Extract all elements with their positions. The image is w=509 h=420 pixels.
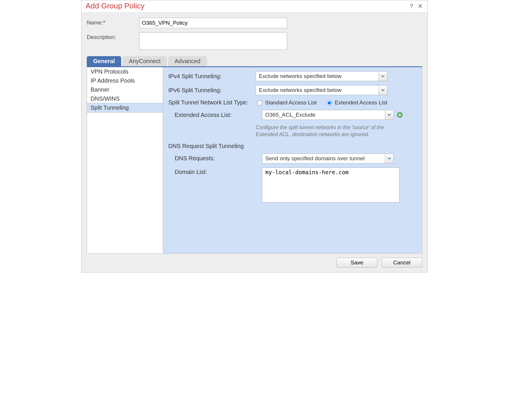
list-type-label: Split Tunnel Network List Type: [168,99,256,106]
sidebar-item-ip-address-pools[interactable]: IP Address Pools [87,76,163,85]
name-input[interactable] [139,18,287,28]
sidebar-item-vpn-protocols[interactable]: VPN Protocols [87,67,163,76]
ipv6-split-dropdown[interactable]: Exclude networks specified below [256,85,387,95]
list-type-radios: Standard Access List Extended Access Lis… [256,99,387,106]
add-group-policy-dialog: Add Group Policy ? ✕ Name:* Description:… [81,0,428,273]
dialog-title: Add Group Policy [86,1,406,10]
tab-advanced[interactable]: Advanced [168,56,207,66]
chevron-down-icon [385,110,393,120]
ext-acl-helper: Configure the split tunnel networks in t… [256,124,393,138]
ipv4-split-dropdown[interactable]: Exclude networks specified below [256,71,387,81]
dns-requests-dropdown[interactable]: Send only specified domains over tunnel [262,154,394,163]
radio-standard-label: Standard Access List [265,99,317,106]
sidebar: VPN Protocols IP Address Pools Banner DN… [87,67,163,253]
radio-extended-label: Extended Access List [335,99,387,106]
sidebar-item-split-tunneling[interactable]: Split Tunneling [87,103,163,113]
ipv4-split-value: Exclude networks specified below [256,73,379,79]
radio-standard-input[interactable] [257,100,262,106]
close-icon[interactable]: ✕ [417,3,423,9]
ipv4-split-label: IPv4 Split Tunneling: [168,73,256,80]
domain-list-input[interactable] [262,168,400,202]
dns-requests-value: Send only specified domains over tunnel [262,155,385,162]
name-label: Name:* [87,18,139,26]
radio-extended-input[interactable] [327,100,332,106]
titlebar: Add Group Policy ? ✕ [82,0,427,13]
description-label: Description: [87,32,139,40]
radio-extended[interactable]: Extended Access List [325,99,387,106]
save-button[interactable]: Save [337,258,377,268]
tab-general[interactable]: General [87,56,121,66]
dialog-footer: Save Cancel [82,258,427,272]
tab-bar: General AnyConnect Advanced [82,56,427,66]
ext-acl-label: Extended Access List: [168,112,262,118]
chevron-down-icon [385,154,393,163]
add-acl-button[interactable] [397,112,403,118]
split-tunneling-panel: IPv4 Split Tunneling: Exclude networks s… [163,67,422,253]
ipv6-split-value: Exclude networks specified below [256,87,379,93]
tab-body: VPN Protocols IP Address Pools Banner DN… [87,66,422,254]
tab-anyconnect[interactable]: AnyConnect [122,56,167,66]
ext-acl-value: O365_ACL_Exclude [262,112,385,118]
dns-section-header: DNS Request Split Tunneling [168,143,417,150]
top-fields: Name:* Description: [82,13,427,56]
dns-requests-label: DNS Requests: [168,155,262,162]
sidebar-item-banner[interactable]: Banner [87,85,163,94]
ipv6-split-label: IPv6 Split Tunneling: [168,87,256,94]
sidebar-item-dns-wins[interactable]: DNS/WINS [87,94,163,103]
chevron-down-icon [379,72,387,81]
radio-standard[interactable]: Standard Access List [256,99,317,106]
ext-acl-dropdown[interactable]: O365_ACL_Exclude [262,110,394,120]
domain-list-label: Domain List: [168,168,262,175]
cancel-button[interactable]: Cancel [381,258,422,268]
description-input[interactable] [139,32,287,50]
help-icon[interactable]: ? [408,3,415,9]
chevron-down-icon [379,86,387,95]
